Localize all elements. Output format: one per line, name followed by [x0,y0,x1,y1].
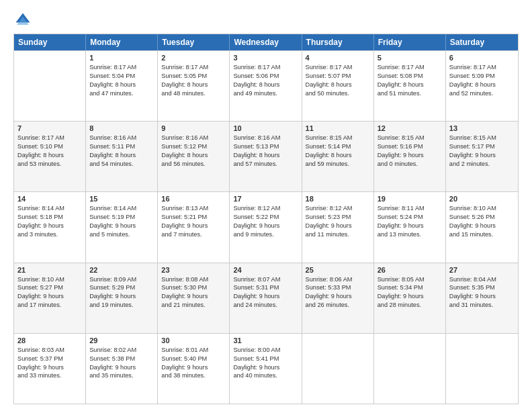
cell-line: Sunset: 5:07 PM [306,72,370,81]
cell-line: Daylight: 8 hours [89,151,154,160]
cell-line: Daylight: 8 hours [306,81,370,89]
day-header-monday: Monday [86,34,158,50]
day-header-friday: Friday [374,34,446,50]
cell-line: Daylight: 9 hours [233,222,298,230]
cell-line: Sunset: 5:31 PM [233,283,298,292]
cell-line: Sunset: 5:34 PM [378,283,442,292]
day-number: 18 [306,195,370,203]
day-header-saturday: Saturday [446,34,518,50]
cell-line: Sunrise: 8:17 AM [17,134,82,142]
cell-line: Sunrise: 8:17 AM [161,63,226,72]
day-number: 17 [233,195,298,203]
cell-line: Sunrise: 8:10 AM [17,275,82,284]
calendar-cell: 4Sunrise: 8:17 AMSunset: 5:07 PMDaylight… [302,51,374,121]
cell-line: and 9 minutes. [233,230,298,239]
cell-line: Sunset: 5:04 PM [89,72,154,81]
day-number: 5 [378,54,442,62]
cell-line: Sunset: 5:19 PM [89,213,154,222]
day-number: 10 [233,124,298,132]
cell-line: Daylight: 8 hours [17,151,82,160]
calendar-cell: 6Sunrise: 8:17 AMSunset: 5:09 PMDaylight… [446,51,518,121]
cell-line: Daylight: 8 hours [306,151,370,160]
cell-line: Daylight: 8 hours [378,81,442,89]
page: SundayMondayTuesdayWednesdayThursdayFrid… [0,0,532,411]
calendar-cell [14,51,86,121]
calendar-cell: 3Sunrise: 8:17 AMSunset: 5:06 PMDaylight… [230,51,302,121]
cell-line: Sunrise: 8:11 AM [378,204,442,213]
cell-line: Sunrise: 8:17 AM [306,63,370,72]
day-number: 7 [17,124,82,132]
cell-line: and 54 minutes. [89,160,154,169]
cell-line: Sunset: 5:18 PM [17,213,82,222]
day-number: 30 [161,336,226,345]
calendar-cell: 26Sunrise: 8:05 AMSunset: 5:34 PMDayligh… [374,263,446,333]
cell-line: and 59 minutes. [306,160,370,169]
cell-line: Daylight: 8 hours [233,81,298,89]
day-number: 22 [89,266,154,274]
cell-line: Sunrise: 8:02 AM [89,346,154,355]
day-header-sunday: Sunday [14,34,86,50]
cell-line: Daylight: 8 hours [233,151,298,160]
calendar-cell [374,334,446,404]
calendar-cell: 13Sunrise: 8:15 AMSunset: 5:17 PMDayligh… [446,122,518,191]
cell-line: Daylight: 8 hours [449,81,515,89]
cell-line: Sunrise: 8:09 AM [89,275,154,284]
day-number: 19 [378,195,442,203]
cell-line: and 35 minutes. [89,371,154,380]
cell-line: Daylight: 9 hours [17,292,82,301]
cell-line: Sunset: 5:06 PM [233,72,298,81]
day-number: 11 [306,124,370,132]
cell-line: Daylight: 9 hours [306,292,370,301]
calendar-cell: 29Sunrise: 8:02 AMSunset: 5:38 PMDayligh… [86,334,158,404]
day-number: 24 [233,266,298,274]
calendar-cell [302,334,374,404]
calendar-cell: 18Sunrise: 8:12 AMSunset: 5:23 PMDayligh… [302,192,374,262]
day-number: 27 [449,266,515,274]
cell-line: and 57 minutes. [233,160,298,169]
day-number: 20 [449,195,515,203]
cell-line: Daylight: 9 hours [233,363,298,372]
calendar-cell [446,334,518,404]
calendar-cell: 8Sunrise: 8:16 AMSunset: 5:11 PMDaylight… [86,122,158,191]
cell-line: and 31 minutes. [449,301,515,310]
cell-line: Sunset: 5:29 PM [89,283,154,292]
cell-line: Sunset: 5:27 PM [17,283,82,292]
calendar-cell: 28Sunrise: 8:03 AMSunset: 5:37 PMDayligh… [14,334,86,404]
day-header-thursday: Thursday [302,34,374,50]
cell-line: Daylight: 9 hours [17,222,82,230]
cell-line: Sunset: 5:33 PM [306,283,370,292]
cell-line: Sunset: 5:24 PM [378,213,442,222]
calendar-cell: 30Sunrise: 8:01 AMSunset: 5:40 PMDayligh… [158,334,230,404]
calendar-week-3: 14Sunrise: 8:14 AMSunset: 5:18 PMDayligh… [14,191,518,262]
logo-icon [13,11,32,30]
calendar-cell: 2Sunrise: 8:17 AMSunset: 5:05 PMDaylight… [158,51,230,121]
cell-line: and 51 minutes. [378,89,442,98]
cell-line: Sunrise: 8:17 AM [89,63,154,72]
day-number: 12 [378,124,442,132]
header [13,11,519,30]
cell-line: and 24 minutes. [233,301,298,310]
cell-line: Sunset: 5:14 PM [306,142,370,151]
cell-line: Daylight: 8 hours [161,81,226,89]
calendar-cell: 19Sunrise: 8:11 AMSunset: 5:24 PMDayligh… [374,192,446,262]
calendar-cell: 7Sunrise: 8:17 AMSunset: 5:10 PMDaylight… [14,122,86,191]
cell-line: Sunset: 5:35 PM [449,283,515,292]
cell-line: Daylight: 9 hours [378,151,442,160]
day-number: 9 [161,124,226,132]
cell-line: Sunrise: 8:14 AM [89,204,154,213]
calendar-cell: 5Sunrise: 8:17 AMSunset: 5:08 PMDaylight… [374,51,446,121]
cell-line: Sunset: 5:37 PM [17,355,82,363]
calendar-cell: 23Sunrise: 8:08 AMSunset: 5:30 PMDayligh… [158,263,230,333]
calendar-cell: 14Sunrise: 8:14 AMSunset: 5:18 PMDayligh… [14,192,86,262]
cell-line: Sunrise: 8:01 AM [161,346,226,355]
logo [13,11,34,30]
cell-line: and 40 minutes. [233,371,298,380]
cell-line: Sunrise: 8:06 AM [306,275,370,284]
cell-line: Sunrise: 8:00 AM [233,346,298,355]
cell-line: Sunset: 5:30 PM [161,283,226,292]
cell-line: and 28 minutes. [378,301,442,310]
cell-line: Sunset: 5:09 PM [449,72,515,81]
cell-line: Sunset: 5:16 PM [378,142,442,151]
cell-line: and 3 minutes. [17,230,82,239]
calendar-cell: 31Sunrise: 8:00 AMSunset: 5:41 PMDayligh… [230,334,302,404]
